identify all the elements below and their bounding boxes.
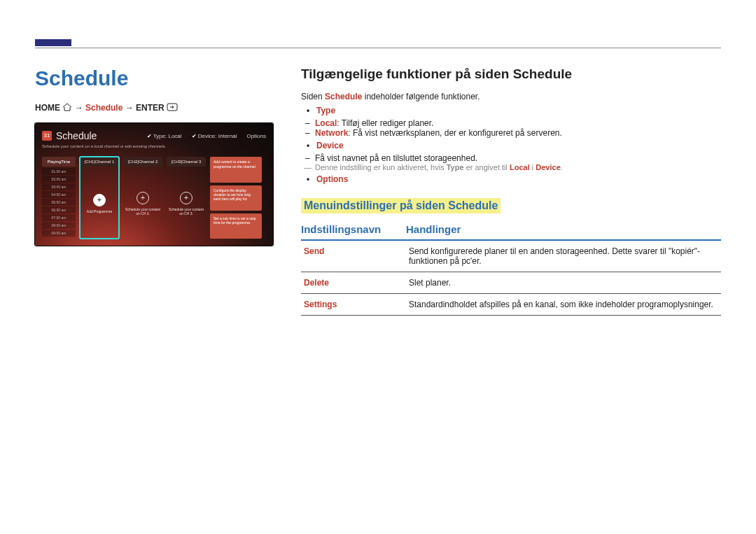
tip-card: Add content to create a programme on the…: [210, 157, 262, 182]
mock-device[interactable]: ✔ Device: Internal: [192, 133, 237, 139]
mock-subtitle: Schedule your content on a local channel…: [42, 144, 166, 148]
table-row: Send Send konfigurerede planer til en an…: [301, 240, 721, 272]
plus-icon[interactable]: +: [136, 192, 149, 204]
bullet-options: Options: [316, 174, 721, 184]
time-row: 02:00 am: [42, 176, 76, 183]
enter-icon: [167, 103, 178, 113]
time-row: 04:00 am: [42, 191, 76, 198]
breadcrumb-arrow: →: [125, 103, 134, 113]
row-desc: Standardindholdet afspilles på en kanal,…: [406, 294, 721, 316]
mock-type[interactable]: ✔ Type: Local: [147, 133, 182, 139]
time-row: 07:00 am: [42, 214, 76, 221]
channel-header: [CH1]Channel 1: [80, 157, 119, 167]
row-name: Delete: [301, 272, 406, 294]
col-name: Indstillingsnavn: [301, 223, 406, 240]
breadcrumb: HOME → Schedule → ENTER: [35, 103, 273, 113]
bullet-device: Device: [316, 141, 721, 150]
page-title: Schedule: [35, 66, 273, 90]
header-accent-bar: [35, 39, 71, 46]
mock-title: Schedule: [56, 130, 97, 141]
mock-options[interactable]: Options: [246, 133, 266, 139]
options-table: Indstillingsnavn Handlinger Send Send ko…: [301, 223, 721, 316]
tip-card: Set a sub time to set a stop time for th…: [210, 213, 262, 239]
breadcrumb-arrow: →: [75, 103, 83, 113]
time-row: 05:00 am: [42, 199, 76, 206]
table-row: Settings Standardindholdet afspilles på …: [301, 294, 721, 316]
col-actions: Handlinger: [406, 223, 721, 240]
plus-icon[interactable]: +: [180, 192, 192, 204]
time-row: 01:00 am: [42, 168, 76, 175]
plus-icon[interactable]: +: [93, 194, 106, 206]
channel-hint: Schedule your content on CH 3.: [169, 207, 204, 216]
tips-panel: Add content to create a programme on the…: [210, 157, 262, 239]
breadcrumb-home: HOME: [35, 103, 60, 113]
channel-header: [CH3]Channel 3: [167, 157, 206, 167]
row-desc: Send konfigurerede planer til en anden s…: [406, 240, 721, 272]
channel-header: [CH2]Channel 2: [123, 157, 162, 167]
type-local: Local: Tilføj eller rediger planer.: [315, 118, 721, 128]
add-programme-label: Add Programme: [87, 209, 112, 213]
channel-hint: Schedule your content on CH 2.: [125, 207, 160, 216]
home-icon: [62, 103, 72, 113]
channel-1[interactable]: [CH1]Channel 1 + Add Programme: [80, 157, 119, 239]
bullet-type: Type: [316, 106, 721, 115]
time-header: PlayingTime: [42, 157, 76, 167]
channel-3[interactable]: [CH3]Channel 3 + Schedule your content o…: [167, 157, 206, 239]
row-name: Send: [301, 240, 406, 272]
row-desc: Slet planer.: [406, 272, 721, 294]
header-rule: [35, 48, 721, 48]
schedule-screenshot: 31 Schedule ✔ Type: Local ✔ Device: Inte…: [35, 123, 273, 246]
table-row: Delete Slet planer.: [301, 272, 721, 294]
time-column: PlayingTime 01:00 am 02:00 am 03:00 am 0…: [42, 157, 76, 239]
device-line: Få vist navnet på en tilsluttet storagee…: [315, 153, 721, 163]
tip-card: Configure the display duration to set ho…: [210, 185, 262, 211]
subsection-heading: Menuindstillinger på siden Schedule: [301, 198, 500, 213]
time-row: 03:00 am: [42, 183, 76, 190]
type-network: Network: Få vist netværksplanen, der er …: [315, 128, 721, 138]
section-heading: Tilgængelige funktioner på siden Schedul…: [301, 66, 721, 82]
intro-text: Siden Schedule indeholder følgende funkt…: [301, 92, 721, 101]
breadcrumb-enter: ENTER: [136, 103, 164, 113]
device-note: Denne indstilling er kun aktiveret, hvis…: [315, 163, 721, 171]
time-row: 08:00 am: [42, 222, 76, 229]
time-row: 06:00 am: [42, 206, 76, 213]
row-name: Settings: [301, 294, 406, 316]
calendar-icon: 31: [42, 131, 52, 141]
channel-2[interactable]: [CH2]Channel 2 + Schedule your content o…: [123, 157, 162, 239]
time-row: 09:00 am: [42, 230, 76, 237]
breadcrumb-schedule: Schedule: [85, 103, 122, 113]
